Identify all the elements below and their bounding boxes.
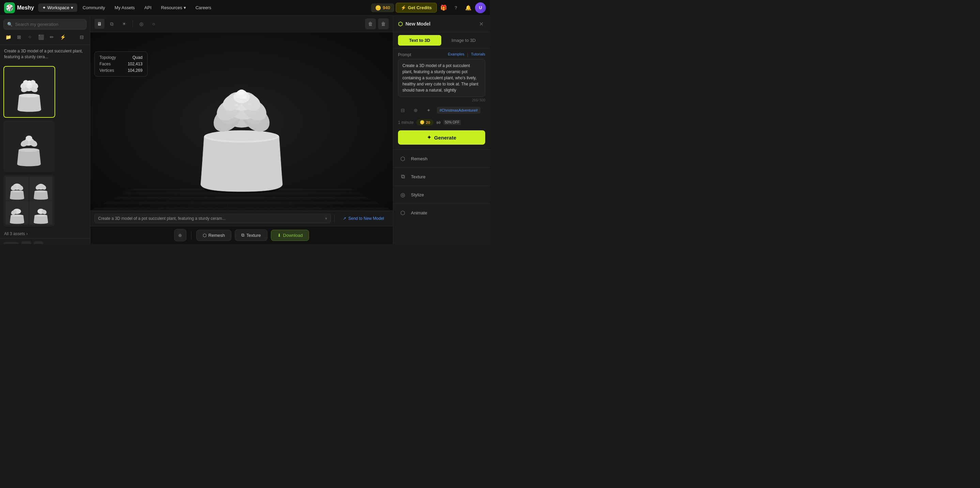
animate-tool[interactable]: ⬡ Animate	[393, 203, 490, 222]
quad-thumb-4	[29, 201, 52, 225]
run-icon[interactable]: ⚡	[58, 32, 67, 42]
discount-badge: 50% OFF	[443, 120, 461, 125]
share-icon: ⊕	[178, 233, 182, 238]
viewport[interactable]: Topology Quad Faces 102,413 Vertices 104…	[90, 32, 393, 211]
texture-button[interactable]: ⧉ Texture	[235, 229, 267, 241]
svg-point-28	[34, 215, 47, 217]
examples-link[interactable]: Examples	[448, 52, 465, 57]
nav-careers[interactable]: Careers	[191, 3, 215, 12]
chevron-right-icon: ›	[26, 231, 28, 236]
download-button[interactable]: ⬇ Download	[271, 230, 309, 241]
prompt-preview[interactable]: Create a 3D model of a pot succulent pla…	[0, 45, 90, 63]
sparkle-icon: ✦	[42, 5, 46, 10]
gift-button[interactable]: 🎁	[438, 2, 449, 13]
animate-tool-label: Animate	[411, 210, 427, 215]
cube-icon[interactable]: ⬛	[36, 32, 46, 42]
nav-my-assets[interactable]: My Assets	[110, 3, 139, 12]
cube-icon: ⬡	[398, 21, 403, 27]
brush-icon[interactable]: ✏	[47, 32, 57, 42]
coin-icon: 🪙	[420, 120, 425, 125]
prompt-selector[interactable]: Create a 3D model of a pot succulent pla…	[94, 214, 331, 223]
send-icon: ↗	[343, 216, 346, 221]
asset-card-3[interactable]	[3, 175, 54, 227]
share-button[interactable]: ⊕	[174, 229, 186, 241]
logo[interactable]: 🎲 Meshy	[4, 2, 34, 13]
cost-badge: 🪙 20	[417, 119, 433, 125]
grid-icon[interactable]: ⊞	[14, 32, 24, 42]
prev-page-button[interactable]: ‹	[21, 241, 31, 244]
next-page-button[interactable]: ›	[34, 241, 43, 244]
chevron-right-icon: ›	[38, 243, 39, 244]
dots-grid-icon[interactable]: ⁘	[25, 32, 35, 42]
delete-button-2[interactable]: 🗑	[378, 18, 389, 29]
view-monitor-button[interactable]: 🖥	[94, 19, 105, 29]
question-icon: ?	[455, 5, 457, 10]
circle-dot-icon: ◎	[139, 21, 143, 27]
bottom-actions: ⊕ ⬡ Remesh ⧉ Texture ⬇ Download	[90, 226, 393, 244]
quad-svg-3	[6, 201, 28, 225]
send-to-new-model-button[interactable]: ↗ Send to New Model	[338, 214, 389, 223]
view-texture-button[interactable]: ⧉	[107, 19, 117, 29]
stats-overlay: Topology Quad Faces 102,413 Vertices 104…	[94, 51, 148, 76]
remesh-button[interactable]: ⬡ Remesh	[196, 230, 231, 241]
svg-point-21	[34, 190, 47, 193]
notifications-button[interactable]: 🔔	[463, 2, 474, 13]
avatar[interactable]: U	[475, 2, 486, 13]
texture-tool[interactable]: ⧉ Texture	[393, 168, 490, 185]
nav-resources[interactable]: Resources ▾	[157, 3, 190, 12]
stylize-tool-label: Stylize	[411, 192, 424, 197]
prompt-textarea[interactable]: Create a 3D model of a pot succulent pla…	[398, 59, 485, 97]
delete-button-1[interactable]: 🗑	[365, 18, 376, 29]
tab-text-to-3d[interactable]: Text to 3D	[398, 35, 441, 46]
texture-tool-icon: ⧉	[398, 172, 407, 181]
view-light-button[interactable]: ☀	[119, 19, 129, 29]
gift-icon: 🎁	[440, 5, 447, 11]
quad-thumb-2	[29, 177, 52, 200]
action-divider	[191, 231, 191, 239]
folder-icon[interactable]: 📁	[3, 32, 13, 42]
nav-api[interactable]: API	[140, 3, 156, 12]
remesh-tool-icon: ⬡	[398, 154, 407, 163]
search-input[interactable]	[15, 22, 83, 27]
stylize-tool-icon: ◎	[398, 190, 407, 200]
search-bar[interactable]: 🔍	[3, 19, 87, 30]
nav-community[interactable]: Community	[79, 3, 110, 12]
view-mode-2-button[interactable]: ○	[149, 19, 159, 29]
prompt-action-icon-1[interactable]: ⊟	[398, 106, 407, 115]
credits-button[interactable]: 🪙 940	[371, 3, 394, 12]
stylize-tool[interactable]: ◎ Stylize	[393, 185, 490, 203]
filter-icon[interactable]: ⊟	[77, 32, 87, 42]
help-button[interactable]: ?	[450, 2, 461, 13]
svg-point-1	[19, 93, 40, 97]
main-layout: 🔍 📁 ⊞ ⁘ ⬛ ✏ ⚡ ⊟ Create a 3D model of a p…	[0, 16, 490, 244]
texture-tool-label: Texture	[411, 174, 426, 179]
topnav: 🎲 Meshy ✦ Workspace ▾ Community My Asset…	[0, 0, 490, 16]
toolbar-divider	[132, 21, 133, 27]
view-mode-1-button[interactable]: ◎	[136, 19, 146, 29]
tab-image-to-3d[interactable]: Image to 3D	[442, 35, 485, 46]
logo-text: Meshy	[17, 5, 34, 11]
3d-model	[177, 48, 306, 195]
get-credits-button[interactable]: ⚡ Get Credits	[396, 3, 437, 13]
faces-stat: Faces 102,413	[100, 62, 142, 67]
quad-svg-1	[6, 177, 28, 200]
download-icon: ⬇	[277, 233, 281, 238]
asset-card-1[interactable]	[3, 66, 55, 118]
nav-workspace[interactable]: ✦ Workspace ▾	[38, 3, 77, 12]
chevron-left-icon: ‹	[25, 243, 27, 244]
asset-card-2[interactable]	[3, 120, 54, 172]
svg-point-16	[25, 135, 32, 141]
remesh-tool[interactable]: ⬡ Remesh	[393, 149, 490, 168]
chevron-down-icon: ▾	[325, 216, 327, 221]
trash-icon: 🗑	[368, 21, 373, 27]
all-assets-link[interactable]: All 3 assets ›	[0, 229, 90, 238]
prompt-action-icon-3[interactable]: ✦	[424, 106, 433, 115]
tutorials-link[interactable]: Tutorials	[471, 52, 485, 57]
coin-icon: 🪙	[375, 5, 381, 11]
quad-thumb-1	[5, 177, 29, 200]
hashtag-badge[interactable]: #ChristmasAdventure#	[437, 107, 480, 114]
prompt-action-icon-2[interactable]: ⊕	[411, 106, 420, 115]
generate-button[interactable]: ✦ Generate	[398, 130, 485, 145]
quad-svg-2	[30, 177, 52, 200]
close-button[interactable]: ✕	[477, 20, 485, 28]
